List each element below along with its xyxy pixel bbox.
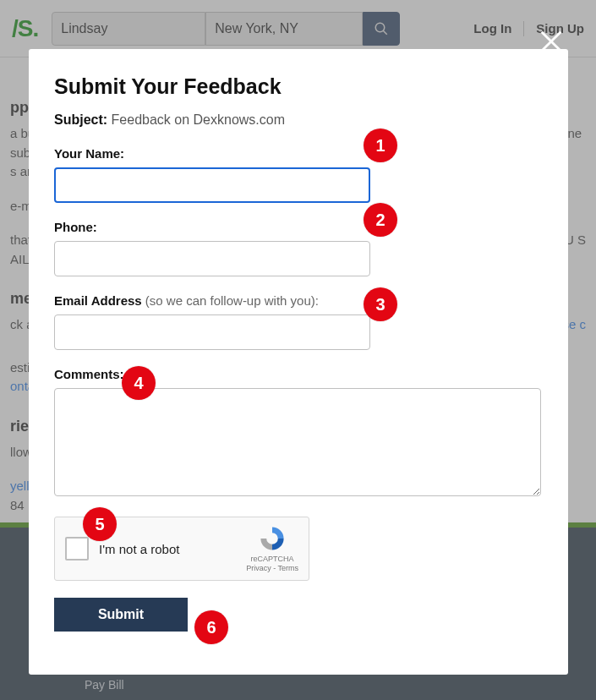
close-icon [537, 27, 566, 56]
annotation-badge-3: 3 [364, 287, 397, 321]
phone-field: Phone: [54, 220, 543, 276]
close-button[interactable] [537, 27, 566, 56]
name-input[interactable] [54, 167, 370, 203]
annotation-badge-1: 1 [364, 129, 397, 162]
recaptcha-icon [258, 524, 287, 553]
email-input[interactable] [54, 314, 370, 350]
annotation-badge-2: 2 [364, 203, 397, 237]
name-label: Your Name: [54, 146, 543, 161]
subject-value: Feedback on Dexknows.com [112, 112, 285, 127]
recaptcha-checkbox[interactable] [65, 537, 89, 561]
comments-textarea[interactable] [54, 388, 541, 496]
email-field: Email Address (so we can follow-up with … [54, 293, 543, 350]
phone-label: Phone: [54, 220, 543, 234]
name-field: Your Name: [54, 146, 543, 203]
annotation-badge-5: 5 [83, 507, 117, 541]
submit-button[interactable]: Submit [54, 598, 188, 632]
recaptcha-label: I'm not a robot [99, 542, 236, 556]
annotation-badge-4: 4 [122, 366, 156, 400]
annotation-badge-6: 6 [194, 610, 228, 644]
email-label: Email Address (so we can follow-up with … [54, 293, 543, 308]
subject-line: Subject: Feedback on Dexknows.com [54, 112, 543, 128]
subject-label: Subject: [54, 112, 107, 127]
feedback-modal: Submit Your Feedback Subject: Feedback o… [29, 49, 568, 675]
modal-title: Submit Your Feedback [54, 74, 543, 99]
phone-input[interactable] [54, 241, 370, 276]
recaptcha-brand: reCAPTCHA Privacy - Terms [246, 524, 298, 574]
